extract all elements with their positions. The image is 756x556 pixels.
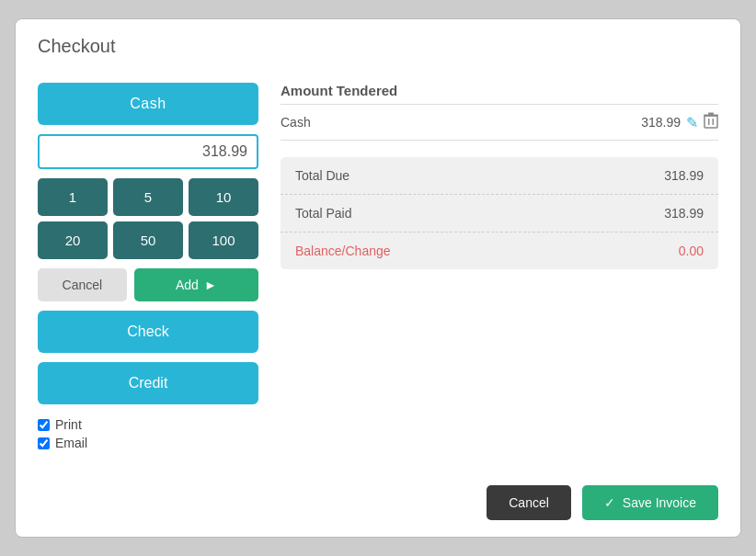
email-label: Email bbox=[55, 436, 87, 450]
save-invoice-button[interactable]: ✓ Save Invoice bbox=[582, 485, 718, 520]
amount-tendered-title: Amount Tendered bbox=[281, 83, 718, 105]
print-label: Print bbox=[55, 417, 82, 432]
numpad-btn-1[interactable]: 1 bbox=[38, 178, 108, 216]
add-button[interactable]: Add ► bbox=[134, 268, 258, 301]
tendered-row-actions: 318.99 ✎ bbox=[641, 112, 718, 132]
left-column: Cash 1 5 10 20 50 100 Cancel Add ► Check… bbox=[38, 83, 258, 463]
summary-box: Total Due 318.99 Total Paid 318.99 Balan… bbox=[281, 157, 718, 269]
modal-body: Cash 1 5 10 20 50 100 Cancel Add ► Check… bbox=[16, 68, 740, 472]
right-column: Amount Tendered Cash 318.99 ✎ bbox=[281, 83, 718, 463]
balance-value: 0.00 bbox=[679, 244, 704, 258]
svg-rect-1 bbox=[708, 119, 710, 125]
arrow-right-icon: ► bbox=[204, 278, 217, 292]
trash-icon[interactable] bbox=[704, 112, 718, 132]
cancel-small-button[interactable]: Cancel bbox=[38, 268, 127, 301]
svg-rect-2 bbox=[713, 119, 715, 125]
svg-rect-4 bbox=[708, 113, 714, 116]
svg-rect-0 bbox=[704, 116, 717, 128]
numpad-btn-10[interactable]: 10 bbox=[189, 178, 258, 216]
numpad-btn-20[interactable]: 20 bbox=[38, 221, 108, 259]
checkout-modal: Checkout Cash 1 5 10 20 50 100 Cancel Ad… bbox=[15, 18, 741, 538]
checkmark-icon: ✓ bbox=[604, 495, 615, 510]
balance-label: Balance/Change bbox=[295, 244, 391, 258]
tendered-item-label: Cash bbox=[281, 115, 311, 130]
save-invoice-label: Save Invoice bbox=[623, 495, 696, 510]
email-checkbox-row[interactable]: Email bbox=[38, 436, 258, 450]
check-button[interactable]: Check bbox=[38, 311, 258, 353]
modal-footer: Cancel ✓ Save Invoice bbox=[16, 472, 740, 537]
total-due-label: Total Due bbox=[295, 168, 349, 183]
modal-title: Checkout bbox=[16, 19, 740, 68]
total-due-row: Total Due 318.99 bbox=[281, 157, 718, 195]
tendered-item-value: 318.99 bbox=[641, 115, 681, 130]
total-paid-row: Total Paid 318.99 bbox=[281, 195, 718, 233]
email-checkbox[interactable] bbox=[38, 437, 50, 449]
total-paid-label: Total Paid bbox=[295, 206, 351, 221]
numpad: 1 5 10 20 50 100 bbox=[38, 178, 258, 259]
numpad-btn-5[interactable]: 5 bbox=[113, 178, 183, 216]
amount-input[interactable] bbox=[38, 134, 258, 169]
balance-row: Balance/Change 0.00 bbox=[281, 233, 718, 269]
cash-button[interactable]: Cash bbox=[38, 83, 258, 125]
edit-icon[interactable]: ✎ bbox=[686, 114, 698, 131]
total-paid-value: 318.99 bbox=[664, 206, 704, 221]
print-checkbox-row[interactable]: Print bbox=[38, 417, 258, 432]
print-checkbox[interactable] bbox=[38, 419, 50, 431]
action-row: Cancel Add ► bbox=[38, 268, 258, 301]
numpad-btn-100[interactable]: 100 bbox=[189, 221, 258, 259]
footer-cancel-button[interactable]: Cancel bbox=[487, 485, 571, 520]
numpad-btn-50[interactable]: 50 bbox=[113, 221, 183, 259]
total-due-value: 318.99 bbox=[664, 168, 704, 183]
credit-button[interactable]: Credit bbox=[38, 362, 258, 404]
tendered-row: Cash 318.99 ✎ bbox=[281, 105, 718, 141]
